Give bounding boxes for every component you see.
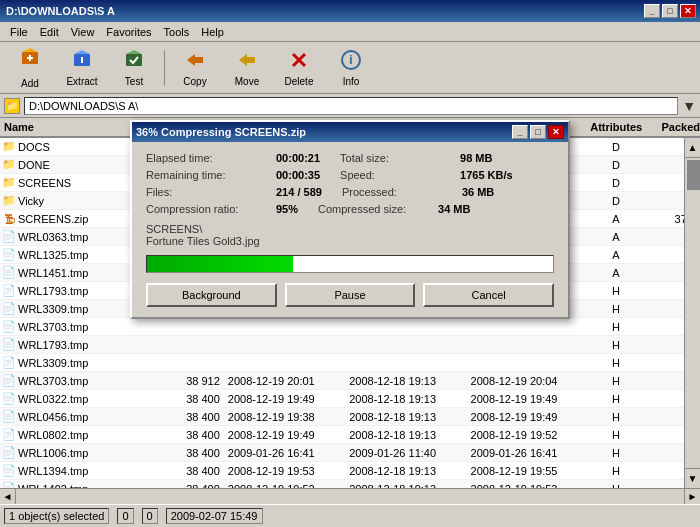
speed-value: 1765 KB/s xyxy=(460,169,513,181)
remaining-value: 00:00:35 xyxy=(276,169,320,181)
dialog-row-files: Files: 214 / 589 Processed: 36 MB xyxy=(146,186,554,198)
remaining-label: Remaining time: xyxy=(146,169,276,181)
dialog-title-buttons: _ □ ✕ xyxy=(512,125,564,139)
dialog-row-remaining: Remaining time: 00:00:35 Speed: 1765 KB/… xyxy=(146,169,554,181)
dialog-close-button[interactable]: ✕ xyxy=(548,125,564,139)
dialog-file-section: SCREENS\ Fortune Tiles Gold3.jpg xyxy=(146,223,554,247)
dialog-row-ratio: Compression ratio: 95% Compressed size: … xyxy=(146,203,554,215)
progress-bar-container xyxy=(146,255,554,273)
dialog-file-name: Fortune Tiles Gold3.jpg xyxy=(146,235,554,247)
speed-label: Speed: xyxy=(340,169,460,181)
files-label: Files: xyxy=(146,186,276,198)
cancel-button[interactable]: Cancel xyxy=(423,283,554,307)
compressed-label: Compressed size: xyxy=(318,203,438,215)
dialog-file-path: SCREENS\ xyxy=(146,223,554,235)
dialog-maximize-button[interactable]: □ xyxy=(530,125,546,139)
elapsed-label: Elapsed time: xyxy=(146,152,276,164)
pause-button[interactable]: Pause xyxy=(285,283,416,307)
processed-value: 36 MB xyxy=(462,186,494,198)
progress-dialog: 36% Compressing SCREENS.zip _ □ ✕ Elapse… xyxy=(130,120,570,319)
dialog-minimize-button[interactable]: _ xyxy=(512,125,528,139)
processed-label: Processed: xyxy=(342,186,462,198)
background-button[interactable]: Background xyxy=(146,283,277,307)
total-value: 98 MB xyxy=(460,152,492,164)
files-value: 214 / 589 xyxy=(276,186,322,198)
total-label: Total size: xyxy=(340,152,460,164)
dialog-row-elapsed: Elapsed time: 00:00:21 Total size: 98 MB xyxy=(146,152,554,164)
progress-fill xyxy=(147,256,293,272)
dialog-content: Elapsed time: 00:00:21 Total size: 98 MB… xyxy=(132,142,568,317)
compressed-value: 34 MB xyxy=(438,203,470,215)
ratio-label: Compression ratio: xyxy=(146,203,276,215)
dialog-buttons: Background Pause Cancel xyxy=(146,283,554,307)
dialog-title: 36% Compressing SCREENS.zip xyxy=(136,126,306,138)
ratio-value: 95% xyxy=(276,203,298,215)
elapsed-value: 00:00:21 xyxy=(276,152,320,164)
dialog-overlay: 36% Compressing SCREENS.zip _ □ ✕ Elapse… xyxy=(0,0,700,527)
dialog-title-bar: 36% Compressing SCREENS.zip _ □ ✕ xyxy=(132,122,568,142)
